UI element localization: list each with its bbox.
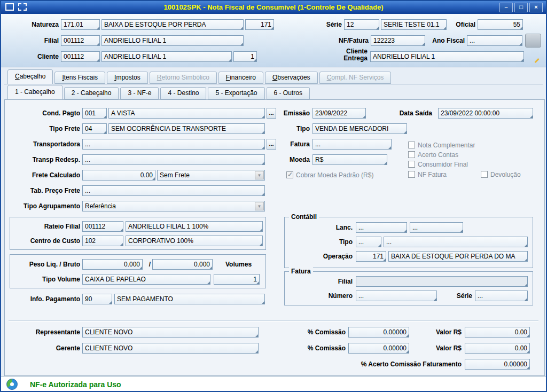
cliente-desc-field[interactable]: ANDRIELLO FILIAL 1 xyxy=(101,51,232,62)
info-pagamento-code-field[interactable]: 90 xyxy=(82,294,112,304)
gerente-label: Gerente xyxy=(6,343,80,354)
natureza-desc-field[interactable]: BAIXA DE ESTOQUE POR PERDA xyxy=(101,19,244,30)
chevron-down-icon[interactable] xyxy=(255,171,264,179)
cliente-loja-field[interactable]: 1 xyxy=(233,51,257,62)
tab-itens-fiscais[interactable]: Itens Fiscais xyxy=(54,72,105,84)
tipo-agrupamento-select[interactable]: Referência xyxy=(82,201,265,211)
transp-redesp-field[interactable]: ... xyxy=(82,154,265,165)
operacao-desc-field[interactable]: BAIXA DE ESTOQUE POR PERDA DO MA xyxy=(388,251,528,262)
tipo-frete-label: Tipo Frete xyxy=(6,123,80,134)
subtab-3-nfe[interactable]: 3 - NF-e xyxy=(120,87,159,99)
tipo-volume-field[interactable]: CAIXA DE PAPELAO xyxy=(82,274,210,285)
status-bar: NF-e Autorizada para Uso xyxy=(1,376,546,392)
nfe-status-icon xyxy=(6,379,18,390)
filial-desc-field[interactable]: ANDRIELLO FILIAL 1 xyxy=(101,35,244,46)
moeda-field[interactable]: R$ xyxy=(312,154,387,165)
rateio-filial-desc-field[interactable]: ANDRIELLO FILIAL 1 100% xyxy=(126,221,263,232)
browser-edit-icon[interactable] xyxy=(527,49,541,63)
tab-observacoes[interactable]: Observações xyxy=(265,72,318,84)
subtab-4-destino[interactable]: 4 - Destino xyxy=(160,87,206,99)
peso-separator: / xyxy=(144,259,151,270)
tipo-frete-code-field[interactable]: 04 xyxy=(82,123,107,134)
cond-pagto-desc-field[interactable]: A VISTA xyxy=(108,108,265,119)
cond-pagto-lookup-button[interactable]: ... xyxy=(267,108,276,119)
natureza-num-field[interactable]: 171 xyxy=(245,19,274,30)
valor-ger-label: Valor R$ xyxy=(422,343,462,354)
frete-tipo-select[interactable]: Sem Frete xyxy=(157,170,265,181)
devolucao-checkbox[interactable]: Devolução xyxy=(481,170,521,178)
serie-desc-field[interactable]: SERIE TESTE 01.1 xyxy=(381,19,447,30)
rateio-filial-code-field[interactable]: 001112 xyxy=(82,221,123,232)
acerto-contas-checkbox[interactable]: Acerto Contas xyxy=(408,151,458,159)
representante-field[interactable]: CLIENTE NOVO xyxy=(82,327,259,338)
tipo-field[interactable]: VENDA DE MERCADORI xyxy=(312,123,407,134)
maximize-button[interactable]: □ xyxy=(514,3,528,12)
lanc-field-2[interactable]: ... xyxy=(410,222,463,233)
transportadora-lookup-button[interactable]: ... xyxy=(267,139,276,150)
oficial-field[interactable]: 55 xyxy=(478,19,523,30)
transportadora-field[interactable]: ... xyxy=(82,139,265,150)
frete-tipo-value: Sem Frete xyxy=(160,171,190,179)
filial-code-field[interactable]: 001112 xyxy=(61,35,100,46)
subtab-2-cabecalho[interactable]: 2 - Cabeçalho xyxy=(64,87,119,99)
cobrar-moeda-checkbox[interactable]: Cobrar Moeda Padrão (R$) xyxy=(286,171,373,179)
serie-code-field[interactable]: 12 xyxy=(344,19,379,30)
moeda-label: Moeda xyxy=(279,154,310,165)
peso-bruto-field[interactable]: 0.000 xyxy=(152,259,213,270)
subtab-5-exportacao[interactable]: 5 - Exportação xyxy=(208,87,264,99)
main-tab-bar: Cabeçalho Itens Fiscais Impostos Retorno… xyxy=(7,69,393,84)
attachment-icon[interactable] xyxy=(525,34,541,48)
subtab-1-cabecalho[interactable]: 1 - Cabeçalho xyxy=(7,85,62,100)
contabil-tipo-field-1[interactable]: ... xyxy=(356,237,381,247)
nf-fatura-field[interactable]: 122223 xyxy=(371,35,425,46)
consumidor-final-checkbox[interactable]: Consumidor Final xyxy=(408,160,468,168)
tab-financeiro[interactable]: Financeiro xyxy=(218,72,263,84)
subtab-6-outros[interactable]: 6 - Outros xyxy=(267,87,310,99)
comissao-ger-field[interactable]: 0.00000 xyxy=(348,343,409,354)
valor-rep-field[interactable]: 0.00 xyxy=(465,327,530,338)
fatura-serie-field[interactable]: ... xyxy=(475,291,528,301)
gerente-field[interactable]: CLIENTE NOVO xyxy=(82,343,259,354)
nf-fatura-checkbox[interactable]: NF Fatura xyxy=(408,170,447,178)
tipo-frete-desc-field[interactable]: SEM OCORRÊNCIA DE TRANSPORTE xyxy=(108,123,265,134)
tipo-agrupamento-value: Referência xyxy=(85,202,116,210)
operacao-code-field[interactable]: 171 xyxy=(356,251,386,262)
chevron-down-icon[interactable] xyxy=(255,202,264,210)
fatura-filial-field[interactable] xyxy=(356,276,528,287)
info-pagamento-desc-field[interactable]: SEM PAGAMENTO xyxy=(114,294,265,304)
fatura-field[interactable]: ... xyxy=(312,139,392,150)
acerto-comissao-field[interactable]: 0.00000 xyxy=(465,359,530,370)
ano-fiscal-label: Ano Fiscal xyxy=(427,35,465,46)
frete-calculado-field[interactable]: 0.00 xyxy=(82,170,155,181)
close-button[interactable]: × xyxy=(529,3,543,12)
info-pagamento-label: Info. Pagamento xyxy=(6,294,80,304)
tab-preco-frete-field[interactable]: ... xyxy=(82,185,265,196)
cliente-entrega-field[interactable]: ANDRIELLO FILIAL 1 xyxy=(370,51,524,62)
emissao-field[interactable]: 23/09/2022 xyxy=(312,108,366,119)
valor-ger-field[interactable]: 0.00 xyxy=(465,343,530,354)
centro-custo-code-field[interactable]: 102 xyxy=(82,236,123,246)
tab-impostos[interactable]: Impostos xyxy=(107,72,148,84)
tab-cabecalho[interactable]: Cabeçalho xyxy=(7,69,53,84)
natureza-code-field[interactable]: 171.01 xyxy=(61,19,100,30)
acerto-comissao-label: % Acerto Comissão Faturamento xyxy=(316,359,462,370)
contabil-tipo-field-2[interactable]: ... xyxy=(384,237,528,247)
cliente-code-field[interactable]: 001112 xyxy=(61,51,100,62)
title-bar[interactable]: 100102SPK - Nota Fiscal de Consumível (1… xyxy=(1,1,546,14)
comissao-rep-field[interactable]: 0.00000 xyxy=(348,327,409,338)
nota-complementar-checkbox[interactable]: Nota Complementar xyxy=(408,141,475,149)
centro-custo-desc-field[interactable]: CORPORATIVO 100% xyxy=(126,236,263,246)
lanc-field-1[interactable]: ... xyxy=(356,222,407,233)
cond-pagto-code-field[interactable]: 001 xyxy=(82,108,107,119)
minimize-button[interactable]: – xyxy=(499,3,513,12)
tab-retorno-simbolico: Retorno Simbólico xyxy=(150,72,217,84)
peso-label: Peso Liq. / Bruto xyxy=(6,259,80,270)
peso-liq-field[interactable]: 0.000 xyxy=(82,259,143,270)
data-saida-field[interactable]: 23/09/2022 00:00:00 xyxy=(438,108,533,119)
volumes-field[interactable]: 1 xyxy=(214,274,260,285)
ano-fiscal-field[interactable]: ... xyxy=(467,35,522,46)
filial-label: Filial xyxy=(9,35,59,46)
contabil-tipo-label: Tipo xyxy=(300,237,353,247)
natureza-label: Natureza xyxy=(9,19,59,30)
fatura-numero-field[interactable]: ... xyxy=(356,291,437,301)
